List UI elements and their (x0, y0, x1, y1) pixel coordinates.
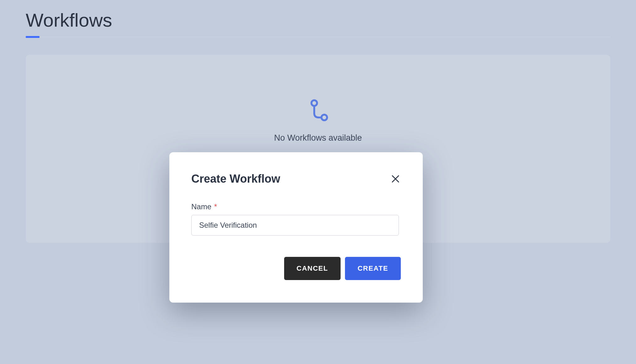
dialog-actions: CANCEL CREATE (191, 257, 401, 280)
title-underline (26, 37, 610, 37)
required-indicator: * (214, 202, 217, 211)
create-workflow-dialog: Create Workflow Name * CANCEL CREATE (169, 152, 423, 303)
workflow-name-input[interactable] (191, 215, 399, 236)
cancel-button[interactable]: CANCEL (284, 257, 341, 280)
page-title: Workflows (26, 9, 610, 31)
dialog-title: Create Workflow (191, 172, 280, 185)
create-button[interactable]: CREATE (345, 257, 401, 280)
name-field-label: Name * (191, 202, 401, 211)
name-label-text: Name (191, 202, 211, 211)
title-underline-accent (26, 36, 40, 38)
close-icon (391, 179, 400, 184)
empty-state-message: No Workflows available (274, 133, 362, 143)
dialog-header: Create Workflow (191, 172, 401, 185)
dialog-close-button[interactable] (390, 174, 401, 184)
workflow-branch-icon (306, 99, 330, 124)
